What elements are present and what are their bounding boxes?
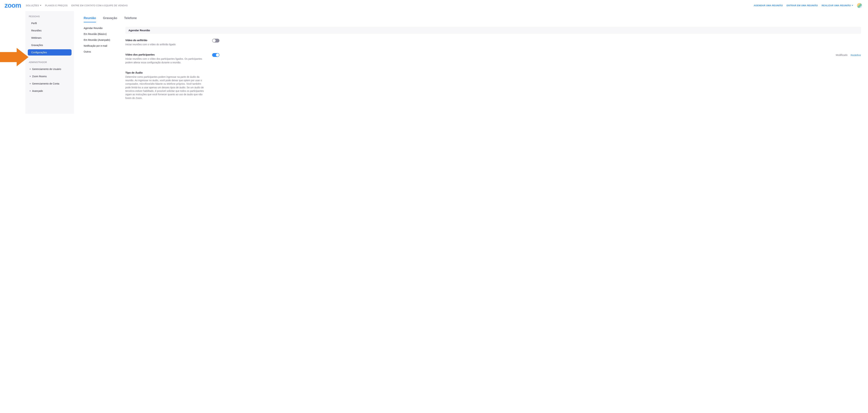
sidebar-item-advanced[interactable]: Avançado <box>28 88 71 94</box>
sidebar-item-settings[interactable]: Configurações <box>28 49 71 56</box>
setting-title: Tipo de Áudio <box>125 71 207 74</box>
sidebar-item-user-management[interactable]: Gerenciamento de Usuário <box>28 66 71 72</box>
sidebar: PESSOAIS Perfil Reuniões Webinars Gravaç… <box>25 11 74 114</box>
nav-label: AGENDAR UMA REUNIÃO <box>753 4 783 7</box>
sidebar-section-admin: ADMINISTRADOR <box>28 61 71 66</box>
reset-link[interactable]: Redefinir <box>850 54 861 57</box>
chevron-right-icon <box>30 68 31 70</box>
tab-label: Telefone <box>124 16 137 20</box>
nav-host-meeting[interactable]: REALIZAR UMA REUNIÃO <box>822 4 853 7</box>
tab-meeting[interactable]: Reunião <box>84 15 96 22</box>
content-layout: PESSOAIS Perfil Reuniões Webinars Gravaç… <box>0 11 868 114</box>
topnav-right: AGENDAR UMA REUNIÃO ENTRAR EM UMA REUNIÃ… <box>753 3 862 8</box>
sidebar-item-label: Gerenciamento de Conta <box>32 82 59 85</box>
sidebar-item-label: Webinars <box>31 36 41 39</box>
chevron-right-icon <box>30 76 31 77</box>
nav-solutions[interactable]: SOLUÇÕES <box>26 4 41 7</box>
nav-label: PLANOS E PREÇOS <box>45 4 68 7</box>
tab-label: Reunião <box>84 16 96 20</box>
subnav-schedule-meeting[interactable]: Agendar Reunião <box>84 27 118 30</box>
sidebar-item-zoom-rooms[interactable]: Zoom Rooms <box>28 73 71 80</box>
tab-label: Gravação <box>103 16 117 20</box>
setting-title: Vídeo dos participantes <box>125 53 207 56</box>
nav-plans[interactable]: PLANOS E PREÇOS <box>45 4 68 7</box>
setting-description: Iniciar reuniões com o vídeo dos partici… <box>125 57 207 64</box>
sidebar-item-label: Avançado <box>32 90 43 92</box>
tab-telephone[interactable]: Telefone <box>124 15 137 22</box>
sidebar-section-personal: PESSOAIS <box>28 15 71 20</box>
caret-down-icon <box>852 5 853 6</box>
toggle-participant-video[interactable] <box>212 53 219 57</box>
sidebar-item-profile[interactable]: Perfil <box>28 20 71 26</box>
setting-title: Vídeo do anfitrião <box>125 39 207 42</box>
subnav-email-notification[interactable]: Notificação por e-mail <box>84 44 118 47</box>
pointer-arrow-annotation <box>0 48 28 66</box>
topnav: zoom SOLUÇÕES PLANOS E PREÇOS ENTRE EM C… <box>0 0 868 11</box>
sidebar-item-label: Configurações <box>31 51 47 54</box>
modified-label: Modificado <box>836 54 847 56</box>
tab-recording[interactable]: Gravação <box>103 15 117 22</box>
sidebar-item-label: Perfil <box>31 22 37 25</box>
setting-audio-type: Tipo de Áudio Determine como participant… <box>125 71 861 107</box>
sidebar-item-label: Gravações <box>31 44 43 46</box>
nav-join-meeting[interactable]: ENTRAR EM UMA REUNIÃO <box>786 4 818 7</box>
nav-label: ENTRE EM CONTATO COM A EQUIPE DE VENDAS <box>71 4 128 7</box>
tabs: Reunião Gravação Telefone <box>84 15 861 23</box>
logo[interactable]: zoom <box>4 2 21 9</box>
sidebar-item-label: Reuniões <box>31 29 41 32</box>
sidebar-item-label: Zoom Rooms <box>32 75 47 78</box>
section-heading-schedule-meeting: Agendar Reunião <box>125 27 861 34</box>
toggle-host-video[interactable] <box>212 39 219 42</box>
svg-marker-0 <box>0 48 28 66</box>
topnav-left: SOLUÇÕES PLANOS E PREÇOS ENTRE EM CONTAT… <box>26 4 753 7</box>
nav-label: REALIZAR UMA REUNIÃO <box>822 4 851 7</box>
nav-schedule-meeting[interactable]: AGENDAR UMA REUNIÃO <box>753 4 783 7</box>
subnav-in-meeting-advanced[interactable]: Em Reunião (Avançado) <box>84 38 118 41</box>
chevron-right-icon <box>30 83 31 84</box>
subnav-in-meeting-basic[interactable]: Em Reunião (Básico) <box>84 33 118 35</box>
sidebar-item-label: Gerenciamento de Usuário <box>32 68 61 70</box>
sidebar-item-webinars[interactable]: Webinars <box>28 35 71 41</box>
setting-description: Determine como participantes podem ingre… <box>125 75 207 100</box>
settings-content: Agendar Reunião Vídeo do anfitrião Inici… <box>125 27 861 107</box>
setting-host-video: Vídeo do anfitrião Iniciar reuniões com … <box>125 39 861 53</box>
caret-down-icon <box>40 5 41 6</box>
avatar[interactable] <box>857 3 862 8</box>
setting-description: Iniciar reuniões com o vídeo do anfitriã… <box>125 43 207 46</box>
nav-contact-sales[interactable]: ENTRE EM CONTATO COM A EQUIPE DE VENDAS <box>71 4 128 7</box>
main: Reunião Gravação Telefone Agendar Reuniã… <box>74 11 868 114</box>
sidebar-item-recordings[interactable]: Gravações <box>28 42 71 48</box>
sidebar-item-meetings[interactable]: Reuniões <box>28 27 71 34</box>
setting-participant-video: Vídeo dos participantes Iniciar reuniões… <box>125 53 861 71</box>
nav-label: ENTRAR EM UMA REUNIÃO <box>786 4 818 7</box>
chevron-right-icon <box>30 90 31 92</box>
subnav-other[interactable]: Outros <box>84 50 118 53</box>
settings-subnav: Agendar Reunião Em Reunião (Básico) Em R… <box>84 27 118 107</box>
sidebar-item-account-management[interactable]: Gerenciamento de Conta <box>28 81 71 87</box>
nav-label: SOLUÇÕES <box>26 4 39 7</box>
